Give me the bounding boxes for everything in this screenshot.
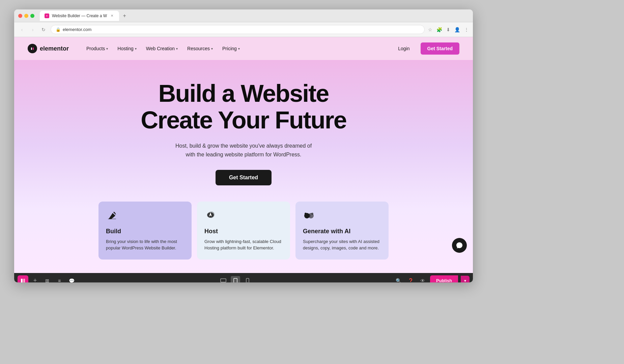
minimize-button[interactable]: [24, 14, 28, 18]
ai-card-desc: Supercharge your sites with AI assisted …: [303, 238, 381, 251]
svg-rect-1: [31, 48, 32, 50]
forward-button[interactable]: ›: [29, 26, 36, 33]
tab-close-button[interactable]: ✕: [110, 13, 114, 18]
back-button[interactable]: ‹: [18, 26, 26, 33]
login-button[interactable]: Login: [393, 43, 415, 54]
svg-point-12: [307, 214, 311, 217]
nav-hosting-label: Hosting: [117, 46, 133, 51]
browser-tab[interactable]: e Website Builder — Create a W ✕: [40, 11, 119, 21]
publish-button[interactable]: Publish: [430, 275, 458, 282]
toolbar-right: 🔍 ❓ 👁 Publish ▾: [394, 275, 470, 282]
nav-pricing-label: Pricing: [222, 46, 237, 51]
feature-cards: Build Bring your vision to life with the…: [98, 202, 389, 260]
address-actions: ☆ 🧩 ⬇ 👤 ⋮: [428, 27, 469, 32]
svg-point-13: [305, 213, 307, 215]
settings-button[interactable]: ≡: [54, 275, 65, 282]
svg-rect-2: [33, 48, 34, 50]
host-card-desc: Grow with lightning-fast, scalable Cloud…: [204, 238, 283, 251]
browser-window: e Website Builder — Create a W ✕ + ‹ › ↻…: [14, 9, 473, 282]
nav-item-pricing[interactable]: Pricing ▾: [218, 43, 244, 54]
build-card-title: Build: [106, 228, 184, 235]
download-icon[interactable]: ⬇: [446, 27, 450, 32]
elementor-button[interactable]: [18, 275, 28, 282]
feature-card-build[interactable]: Build Bring your vision to life with the…: [98, 202, 192, 260]
hero-cta-button[interactable]: Get Started: [216, 170, 272, 185]
structure-button[interactable]: ⊞: [42, 275, 53, 282]
preview-toolbar-icon[interactable]: 👁: [418, 276, 427, 282]
nav-products-label: Products: [86, 46, 105, 51]
chat-widget-button[interactable]: [452, 238, 467, 253]
toolbar-left: + ⊞ ≡ 💬: [18, 275, 77, 282]
svg-rect-15: [21, 279, 23, 282]
extension-icon[interactable]: 🧩: [436, 27, 442, 32]
svg-point-21: [247, 282, 248, 282]
svg-rect-6: [108, 218, 116, 219]
nav-right: Login Get Started: [393, 42, 459, 55]
bookmark-icon[interactable]: ☆: [428, 27, 432, 32]
url-bar[interactable]: 🔒 elementor.com: [51, 25, 425, 34]
svg-rect-20: [246, 278, 249, 282]
host-icon: [204, 210, 218, 223]
publish-dropdown-button[interactable]: ▾: [461, 276, 470, 282]
logo-icon: [28, 44, 37, 53]
nav-item-hosting[interactable]: Hosting ▾: [113, 43, 140, 54]
maximize-button[interactable]: [30, 14, 34, 18]
tab-title: Website Builder — Create a W: [52, 13, 107, 18]
hosting-chevron-icon: ▾: [135, 47, 137, 51]
svg-rect-17: [221, 279, 226, 282]
url-text: elementor.com: [63, 27, 420, 32]
nav-links: Products ▾ Hosting ▾ Web Creation ▾ Reso…: [82, 43, 393, 54]
hero-title-line1: Build a Website: [159, 80, 329, 107]
ai-card-title: Generate with AI: [303, 228, 381, 235]
feature-card-ai[interactable]: Generate with AI Supercharge your sites …: [295, 202, 389, 260]
feature-card-host[interactable]: Host Grow with lightning-fast, scalable …: [197, 202, 290, 260]
address-bar: ‹ › ↻ 🔒 elementor.com ☆ 🧩 ⬇ 👤 ⋮: [14, 22, 473, 37]
build-card-desc: Bring your vision to life with the most …: [106, 238, 184, 251]
tablet-view-button[interactable]: [231, 276, 240, 282]
reload-button[interactable]: ↻: [40, 26, 47, 33]
get-started-nav-button[interactable]: Get Started: [421, 42, 459, 55]
tab-bar: e Website Builder — Create a W ✕ +: [40, 11, 469, 21]
products-chevron-icon: ▾: [106, 47, 108, 51]
ai-icon: [303, 210, 316, 223]
hero-section: Build a Website Create Your Future Host,…: [14, 60, 473, 273]
bottom-toolbar: + ⊞ ≡ 💬: [14, 273, 473, 282]
site-logo[interactable]: elementor: [28, 44, 69, 53]
traffic-lights: [18, 14, 34, 18]
toolbar-center: [77, 276, 394, 282]
mobile-view-button[interactable]: [243, 276, 252, 282]
nav-item-web-creation[interactable]: Web Creation ▾: [142, 43, 182, 54]
hero-title-line2: Create Your Future: [141, 107, 346, 133]
help-toolbar-icon[interactable]: ❓: [406, 276, 415, 282]
title-bar: e Website Builder — Create a W ✕ +: [14, 9, 473, 22]
nav-webcreation-label: Web Creation: [146, 46, 175, 51]
profile-icon[interactable]: 👤: [454, 27, 460, 32]
svg-rect-19: [234, 278, 237, 282]
nav-item-resources[interactable]: Resources ▾: [183, 43, 217, 54]
host-card-title: Host: [204, 228, 283, 235]
build-icon: [106, 210, 119, 223]
site-navbar: elementor Products ▾ Hosting ▾ Web Creat…: [14, 37, 473, 60]
new-tab-button[interactable]: +: [120, 12, 129, 20]
svg-rect-16: [23, 279, 25, 282]
close-button[interactable]: [18, 14, 22, 18]
hero-title: Build a Website Create Your Future: [141, 80, 346, 133]
search-toolbar-icon[interactable]: 🔍: [394, 276, 403, 282]
menu-icon[interactable]: ⋮: [464, 27, 469, 32]
svg-point-14: [311, 213, 313, 215]
webcreation-chevron-icon: ▾: [176, 47, 178, 51]
nav-item-products[interactable]: Products ▾: [82, 43, 112, 54]
pricing-chevron-icon: ▾: [238, 47, 240, 51]
svg-point-0: [30, 46, 35, 51]
tab-favicon: e: [45, 13, 49, 18]
page-content: elementor Products ▾ Hosting ▾ Web Creat…: [14, 37, 473, 282]
resources-chevron-icon: ▾: [211, 47, 213, 51]
hero-subtitle: Host, build & grow the website you've al…: [173, 142, 314, 159]
comments-button[interactable]: 💬: [66, 275, 77, 282]
logo-text: elementor: [40, 45, 69, 52]
desktop-view-button[interactable]: [219, 276, 228, 282]
add-element-button[interactable]: +: [30, 275, 40, 282]
nav-resources-label: Resources: [187, 46, 210, 51]
